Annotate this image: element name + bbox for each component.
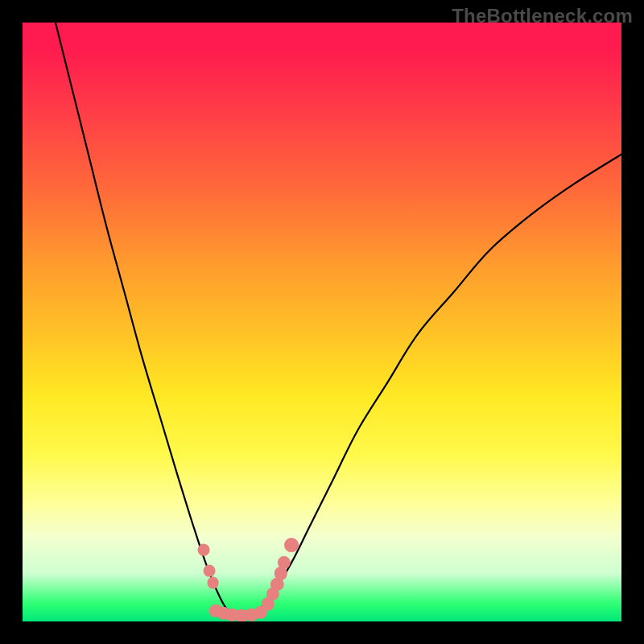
data-markers: [23, 23, 621, 621]
data-marker: [197, 543, 209, 555]
watermark-text: TheBottleneck.com: [452, 5, 633, 27]
chart-frame: TheBottleneck.com: [0, 0, 644, 644]
data-marker: [204, 564, 216, 576]
data-marker: [284, 538, 299, 552]
data-marker: [207, 576, 219, 588]
data-marker: [278, 556, 291, 569]
plot-area: [23, 23, 621, 621]
